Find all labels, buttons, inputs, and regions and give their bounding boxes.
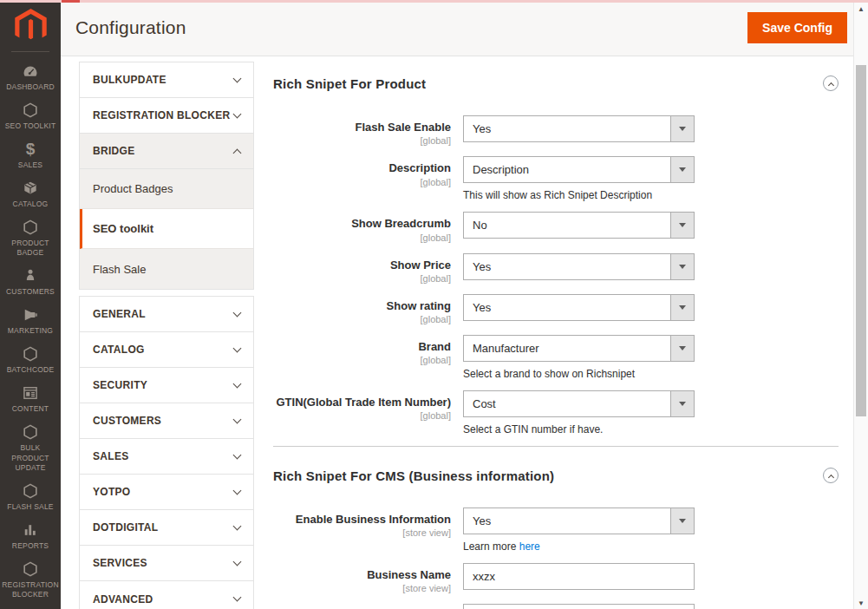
- dropdown-arrow-icon: [679, 402, 686, 406]
- bar-chart-icon: [0, 521, 61, 539]
- chevron-down-icon: [233, 450, 242, 459]
- nav-subitem-product-badges[interactable]: Product Badges: [80, 169, 253, 209]
- config-nav-block-bottom: GENERAL CATALOG SECURITY CUSTOMERS: [79, 296, 254, 609]
- nav-section-general[interactable]: GENERAL: [80, 297, 253, 332]
- chevron-down-icon: [233, 593, 242, 602]
- field-label: Description: [273, 161, 451, 175]
- field-note: Learn more here: [463, 540, 695, 553]
- field-scope: [global]: [273, 177, 451, 187]
- business-name-input[interactable]: [463, 563, 695, 590]
- scrollbar-up-arrow-icon[interactable]: ▲: [854, 5, 868, 14]
- sidebar-item-product-badge[interactable]: PRODUCT BADGE: [0, 219, 61, 258]
- magento-logo[interactable]: [15, 0, 47, 51]
- vertical-scrollbar[interactable]: ▲ ▼: [853, 3, 868, 609]
- select-arrow-button[interactable]: [670, 213, 694, 238]
- chevron-down-icon: [233, 521, 242, 530]
- field-note: Select a GTIN number if have.: [463, 423, 695, 435]
- brand-select[interactable]: Manufacturer: [463, 335, 695, 362]
- field-scope: [store view]: [273, 527, 451, 538]
- select-value: Yes: [464, 508, 670, 534]
- dropdown-arrow-icon: [679, 519, 686, 523]
- scrollbar-thumb[interactable]: [856, 65, 866, 416]
- chevron-up-icon: [827, 474, 833, 480]
- nav-section-bridge[interactable]: BRIDGE: [80, 134, 253, 169]
- save-config-button[interactable]: Save Config: [747, 12, 847, 43]
- config-nav-block-top: BULKUPDATE REGISTRATION BLOCKER BRIDGE P…: [79, 62, 254, 290]
- field-enable-business-information: Enable Business Information [store view]…: [273, 508, 839, 553]
- show-rating-select[interactable]: Yes: [463, 294, 695, 321]
- flash-sale-enable-select[interactable]: Yes: [463, 115, 695, 142]
- show-breadcrumb-select[interactable]: No: [463, 212, 695, 239]
- field-label: Brand: [273, 340, 451, 354]
- dropdown-arrow-icon: [679, 305, 686, 310]
- chevron-down-icon: [233, 109, 242, 118]
- nav-section-registration-blocker[interactable]: REGISTRATION BLOCKER: [80, 98, 253, 134]
- sidebar-item-content[interactable]: CONTENT: [0, 384, 61, 414]
- nav-section-dotdigital[interactable]: DOTDIGITAL: [80, 510, 253, 546]
- enable-business-information-select[interactable]: Yes: [463, 508, 695, 534]
- nav-subitem-seo-toolkit[interactable]: SEO toolkit: [80, 209, 253, 249]
- nav-section-security[interactable]: SECURITY: [80, 368, 253, 403]
- admin-sidebar: DASHBOARD SEO TOOLKIT $ SALES CATALOG PR…: [0, 0, 61, 609]
- sidebar-item-batchcode[interactable]: BATCHCODE: [0, 345, 61, 375]
- scrollbar-down-arrow-icon[interactable]: ▼: [854, 599, 868, 608]
- chevron-down-icon: [233, 344, 242, 352]
- collapse-section-button[interactable]: [823, 468, 839, 483]
- field-label: Business Name: [273, 568, 451, 582]
- chevron-down-icon: [233, 486, 242, 494]
- hexagon-icon: [0, 482, 61, 500]
- config-nav: BULKUPDATE REGISTRATION BLOCKER BRIDGE P…: [79, 62, 254, 609]
- show-price-select[interactable]: Yes: [463, 253, 695, 280]
- field-label: Show Breadcrumb: [273, 217, 451, 231]
- field-note: This will show as Rich Snipet Descriptio…: [463, 189, 695, 201]
- business-phone-number-input[interactable]: [463, 604, 695, 609]
- nav-section-advanced[interactable]: ADVANCED: [80, 581, 253, 609]
- chevron-up-icon: [233, 148, 242, 157]
- sidebar-item-marketing[interactable]: MARKETING: [0, 306, 61, 336]
- collapse-section-button[interactable]: [823, 75, 839, 91]
- nav-section-services[interactable]: SERVICES: [80, 546, 253, 581]
- select-arrow-button[interactable]: [670, 116, 694, 141]
- field-label: Flash Sale Enable: [273, 121, 451, 134]
- nav-section-bulkupdate[interactable]: BULKUPDATE: [80, 62, 253, 98]
- select-value: No: [464, 213, 670, 238]
- sidebar-item-catalog[interactable]: CATALOG: [0, 180, 61, 209]
- sidebar-divider: [11, 51, 49, 52]
- select-arrow-button[interactable]: [670, 336, 694, 361]
- field-scope: [global]: [273, 355, 451, 365]
- nav-subitem-flash-sale[interactable]: Flash Sale: [80, 249, 253, 289]
- page-header: Configuration Save Config: [61, 0, 853, 56]
- select-value: Description: [464, 157, 670, 182]
- select-arrow-button[interactable]: [670, 391, 694, 416]
- nav-section-customers[interactable]: CUSTOMERS: [80, 403, 253, 439]
- description-select[interactable]: Description: [463, 156, 695, 183]
- select-arrow-button[interactable]: [670, 157, 694, 182]
- sidebar-item-flash-sale[interactable]: FLASH SALE: [0, 482, 61, 512]
- hexagon-icon: [0, 345, 61, 363]
- nav-section-yotpo[interactable]: YOTPO: [80, 475, 253, 510]
- sidebar-item-dashboard[interactable]: DASHBOARD: [0, 62, 61, 92]
- sidebar-item-sales[interactable]: $ SALES: [0, 141, 61, 170]
- learn-more-link[interactable]: here: [519, 540, 540, 553]
- chevron-down-icon: [233, 379, 242, 388]
- select-arrow-button[interactable]: [670, 254, 694, 279]
- sidebar-item-seo-toolkit[interactable]: SEO TOOLKIT: [0, 102, 61, 131]
- hexagon-icon: [0, 423, 61, 441]
- select-arrow-button[interactable]: [670, 508, 694, 534]
- sidebar-item-registration-blocker[interactable]: REGISTRATION BLOCKER: [0, 560, 61, 599]
- field-label: Enable Business Information: [273, 513, 451, 527]
- megaphone-icon: [0, 306, 61, 324]
- person-icon: [0, 267, 61, 285]
- gtin-select[interactable]: Cost: [463, 390, 695, 417]
- nav-section-catalog[interactable]: CATALOG: [80, 332, 253, 368]
- dropdown-arrow-icon: [679, 167, 686, 172]
- sidebar-item-bulk-product-update[interactable]: BULK PRODUCT UPDATE: [0, 423, 61, 472]
- hexagon-icon: [0, 102, 61, 119]
- sidebar-item-customers[interactable]: CUSTOMERS: [0, 267, 61, 297]
- dropdown-arrow-icon: [679, 127, 686, 131]
- sidebar-item-reports[interactable]: REPORTS: [0, 521, 61, 551]
- select-arrow-button[interactable]: [670, 295, 694, 320]
- field-label: Show rating: [273, 299, 451, 313]
- nav-section-sales[interactable]: SALES: [80, 439, 253, 475]
- section-divider: [273, 446, 839, 447]
